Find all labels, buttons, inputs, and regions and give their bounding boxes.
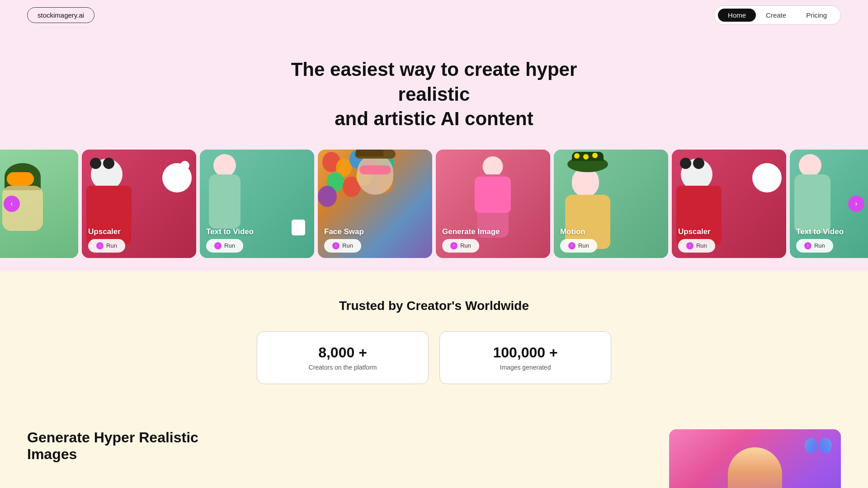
nav-create[interactable]: Create xyxy=(756,9,796,22)
card-label-face-swap: Face Swap xyxy=(324,227,364,236)
card-run-gen-image[interactable]: Run xyxy=(442,239,479,253)
card-run-face-swap[interactable]: Run xyxy=(324,239,361,253)
card-upscaler-2: Upscaler Run xyxy=(672,150,786,258)
stat-number-images: 100,000 + xyxy=(467,344,584,361)
run-icon xyxy=(686,242,693,249)
stats-cards: 8,000 + Creators on the platform 100,000… xyxy=(9,331,859,384)
stats-section: Trusted by Creator's Worldwide 8,000 + C… xyxy=(0,272,868,411)
card-motion: Motion Run xyxy=(554,150,668,258)
card-label-motion: Motion xyxy=(560,227,585,236)
card-face-swap: Face Swap Run xyxy=(318,150,432,258)
run-icon xyxy=(214,242,222,249)
run-icon xyxy=(332,242,340,249)
stats-title: Trusted by Creator's Worldwide xyxy=(9,299,859,313)
carousel-track: Upscaler Run Text to Video Run xyxy=(0,150,868,258)
card-label-upscaler-1: Upscaler xyxy=(88,227,121,236)
card-label-gen-image: Generate Image xyxy=(442,227,500,236)
card-generate-image: Generate Image Run xyxy=(436,150,550,258)
butterfly-decoration xyxy=(805,438,832,456)
logo-button[interactable]: stockimagery.ai xyxy=(27,7,94,23)
card-label-ttv-2: Text to Video xyxy=(796,227,844,236)
stat-card-creators: 8,000 + Creators on the platform xyxy=(257,331,429,384)
bottom-title: Generate Hyper Realistic Images xyxy=(27,429,208,463)
card-run-motion[interactable]: Run xyxy=(560,239,597,253)
run-icon xyxy=(450,242,458,249)
card-run-ttv-1[interactable]: Run xyxy=(206,239,243,253)
carousel-section: ‹ xyxy=(0,150,868,272)
run-icon xyxy=(568,242,576,249)
run-icon xyxy=(804,242,811,249)
card-upscaler-1: Upscaler Run xyxy=(82,150,196,258)
header: stockimagery.ai Home Create Pricing xyxy=(0,0,868,30)
card-label-upscaler-2: Upscaler xyxy=(678,227,711,236)
stat-label-images: Images generated xyxy=(467,364,584,371)
carousel-left-arrow[interactable]: ‹ xyxy=(4,196,20,212)
card-run-upscaler-1[interactable]: Run xyxy=(88,239,125,253)
bottom-preview-image xyxy=(669,429,841,488)
nav-pricing[interactable]: Pricing xyxy=(796,9,837,22)
bottom-text: Generate Hyper Realistic Images xyxy=(27,429,208,463)
main-nav: Home Create Pricing xyxy=(714,5,841,25)
nav-home[interactable]: Home xyxy=(718,9,756,22)
stat-card-images: 100,000 + Images generated xyxy=(439,331,611,384)
hero-section: The easiest way to create hyper realisti… xyxy=(0,30,868,150)
bottom-section: Generate Hyper Realistic Images xyxy=(0,411,868,488)
run-icon xyxy=(96,242,104,249)
card-label-ttv-1: Text to Video xyxy=(206,227,254,236)
card-run-ttv-2[interactable]: Run xyxy=(796,239,833,253)
hero-headline: The easiest way to create hyper realisti… xyxy=(276,57,592,131)
stat-label-creators: Creators on the platform xyxy=(284,364,401,371)
card-run-upscaler-2[interactable]: Run xyxy=(678,239,715,253)
card-text-to-video-1: Text to Video Run xyxy=(200,150,314,258)
carousel-right-arrow[interactable]: › xyxy=(848,196,864,212)
stat-number-creators: 8,000 + xyxy=(284,344,401,361)
